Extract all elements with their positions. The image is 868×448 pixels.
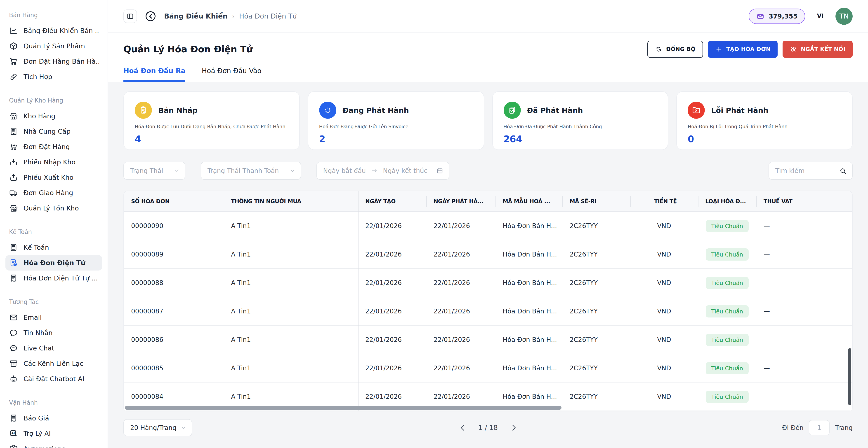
- invoice-type-badge: Tiêu Chuẩn: [706, 390, 749, 403]
- cell-template-code: Hóa Đơn Bán H...: [495, 222, 562, 230]
- column-header[interactable]: THÔNG TIN NGƯỜI MUA: [224, 191, 358, 212]
- sidebar-item-label: Quản Lý Sản Phẩm: [24, 42, 85, 50]
- sidebar-item-automations[interactable]: Automations: [5, 441, 102, 448]
- stat-card-value: 264: [503, 134, 657, 144]
- next-page-button[interactable]: [509, 424, 518, 432]
- stat-cards: Bản NhápHóa Đơn Được Lưu Dưới Dạng Bản N…: [123, 91, 852, 150]
- sidebar-item-label: Báo Giá: [24, 415, 49, 422]
- unlink-icon: [790, 46, 797, 53]
- sidebar-item-b-ng-i-u-khi-n-b-n[interactable]: Bảng Điều Khiển Bán ...: [5, 23, 102, 38]
- cell-currency: VND: [630, 279, 698, 286]
- sidebar-item-k-to-n[interactable]: Kế Toán: [5, 240, 102, 255]
- goto-page-input[interactable]: [809, 420, 830, 435]
- mail-icon: [9, 313, 18, 322]
- breadcrumb: Bảng Điều Khiển › Hóa Đơn Điện Tử: [164, 12, 297, 20]
- sidebar-item-n-t-h-ng-b-n-h[interactable]: Đơn Đặt Hàng Bán Hà...: [5, 54, 102, 69]
- pagination-bar: 20 Hàng/Trang 1 / 18 Đi Đến Trang: [123, 411, 852, 444]
- stat-card-value: 2: [319, 134, 473, 144]
- sidebar-item-h-a-n-i-n-t[interactable]: Hóa Đơn Điện Tử: [5, 255, 102, 271]
- filters-row: Trạng Thái Trạng Thái Thanh Toán Ngày bắ…: [123, 162, 852, 180]
- sidebar-item-b-o-gi[interactable]: Báo Giá: [5, 411, 102, 426]
- tab-input-invoices[interactable]: Hoá Đơn Đầu Vào: [202, 67, 261, 82]
- sidebar-item-h-a-n-i-n-t-t[interactable]: Hóa Đơn Điện Tử Tự ...: [5, 271, 102, 286]
- sidebar-section: Bán HàngBảng Điều Khiển Bán ...Quản Lý S…: [5, 12, 102, 84]
- column-header[interactable]: LOẠI HÓA Đ...: [698, 191, 756, 212]
- draft-icon: [135, 102, 152, 119]
- table-row[interactable]: 00000090A Tin122/01/202622/01/2026Hóa Đơ…: [124, 212, 852, 240]
- calculator-icon: [9, 243, 18, 252]
- table-row[interactable]: 00000086A Tin122/01/202622/01/2026Hóa Đơ…: [124, 325, 852, 354]
- cell-template-code: Hóa Đơn Bán H...: [495, 308, 562, 315]
- sidebar-item-label: Email: [24, 314, 41, 321]
- status-filter-select[interactable]: Trạng Thái: [123, 162, 185, 180]
- table-row[interactable]: 00000088A Tin122/01/202622/01/2026Hóa Đơ…: [124, 269, 852, 297]
- search-input[interactable]: Tìm kiếm: [769, 162, 852, 180]
- create-invoice-button[interactable]: TẠO HÓA ĐƠN: [708, 41, 778, 58]
- column-header[interactable]: MÃ SÊ-RI: [562, 191, 630, 212]
- date-range-picker[interactable]: Ngày bắt đầu Ngày kết thúc: [316, 162, 450, 180]
- sidebar-item-n-giao-h-ng[interactable]: Đơn Giao Hàng: [5, 185, 102, 201]
- chevron-right-icon: [509, 424, 518, 432]
- stat-card[interactable]: Lỗi Phát HànhHoá Đơn Bị Lỗi Trong Quá Tr…: [677, 91, 853, 150]
- cell-vat: —: [756, 279, 852, 286]
- column-header[interactable]: NGÀY TẠO: [358, 191, 426, 212]
- invoice-type-badge: Tiêu Chuẩn: [706, 362, 749, 374]
- sidebar-item-email[interactable]: Email: [5, 310, 102, 325]
- disconnect-button[interactable]: NGẮT KẾT NỐI: [783, 41, 852, 58]
- table-row[interactable]: 00000085A Tin122/01/202622/01/2026Hóa Đơ…: [124, 354, 852, 382]
- language-switcher[interactable]: VI: [817, 13, 824, 20]
- previous-page-button[interactable]: [458, 424, 467, 432]
- sidebar-section-label: Kế Toán: [5, 229, 102, 235]
- back-button[interactable]: [144, 10, 157, 22]
- stat-card[interactable]: Đã Phát HànhHóa Đơn Đã Được Phát Hành Th…: [492, 91, 669, 150]
- breadcrumb-root[interactable]: Bảng Điều Khiển: [164, 12, 228, 20]
- sidebar-section-label: Tương Tác: [5, 299, 102, 305]
- column-header[interactable]: SỐ HÓA ĐƠN: [124, 191, 224, 212]
- invoice-table: SỐ HÓA ĐƠNTHÔNG TIN NGƯỜI MUANGÀY TẠONGÀ…: [123, 191, 852, 411]
- invoice-type-badge: Tiêu Chuẩn: [706, 248, 749, 261]
- credits-badge[interactable]: 379,355: [749, 8, 805, 24]
- sidebar-item-tin-nh-n[interactable]: Tin Nhắn: [5, 325, 102, 341]
- table-row[interactable]: 00000087A Tin122/01/202622/01/2026Hóa Đơ…: [124, 297, 852, 325]
- cell-created-date: 22/01/2026: [358, 251, 426, 258]
- sidebar-item-label: Trợ Lý AI: [24, 430, 51, 437]
- sidebar-toggle-button[interactable]: [123, 9, 137, 23]
- sidebar-item-nh-cung-c-p[interactable]: Nhà Cung Cấp: [5, 124, 102, 139]
- sidebar-item-live-chat[interactable]: Live Chat: [5, 341, 102, 356]
- sidebar-item-phi-u-nh-p-kho[interactable]: Phiếu Nhập Kho: [5, 154, 102, 170]
- sync-button[interactable]: ĐỒNG BỘ: [648, 41, 703, 58]
- rows-per-page-select[interactable]: 20 Hàng/Trang: [123, 419, 192, 436]
- sidebar-section: Tương TácEmailTin NhắnLive ChatCác Kênh …: [5, 299, 102, 387]
- sidebar-item-phi-u-xu-t-kho[interactable]: Phiếu Xuất Kho: [5, 170, 102, 185]
- column-header[interactable]: TIỀN TỆ: [630, 191, 698, 212]
- stat-card-top: Đang Phát Hành: [319, 102, 473, 119]
- sidebar-item-c-i-t-chatbot-ai[interactable]: Cài Đặt Chatbot AI: [5, 371, 102, 387]
- sidebar-item-qu-n-l-t-n-kho[interactable]: Quản Lý Tồn Kho: [5, 201, 102, 216]
- cell-invoice-type: Tiêu Chuẩn: [698, 220, 756, 232]
- search-icon: [839, 167, 847, 175]
- avatar[interactable]: TN: [835, 7, 852, 25]
- sidebar-item-c-c-k-nh-li-n-l-c[interactable]: Các Kênh Liên Lạc: [5, 356, 102, 371]
- sidebar-item-label: Tin Nhắn: [24, 329, 53, 337]
- table-header-row: SỐ HÓA ĐƠNTHÔNG TIN NGƯỜI MUANGÀY TẠONGÀ…: [124, 191, 852, 212]
- stat-card[interactable]: Bản NhápHóa Đơn Được Lưu Dưới Dạng Bản N…: [123, 91, 300, 150]
- column-header[interactable]: NGÀY PHÁT HÀ...: [426, 191, 495, 212]
- sidebar-item-t-ch-h-p[interactable]: Tích Hợp: [5, 69, 102, 84]
- sidebar-item-label: Phiếu Nhập Kho: [24, 159, 75, 166]
- column-header[interactable]: THUẾ VAT: [756, 191, 852, 212]
- sidebar-item-tr-l-ai[interactable]: AITrợ Lý AI: [5, 426, 102, 441]
- sidebar-item-label: Hóa Đơn Điện Tử: [24, 259, 86, 267]
- stat-card[interactable]: Đang Phát HànhHoá Đơn Đang Được Gửi Lên …: [308, 91, 484, 150]
- sidebar-item-n-t-h-ng[interactable]: Đơn Đặt Hàng: [5, 139, 102, 154]
- vertical-scrollbar[interactable]: [848, 348, 851, 405]
- tab-output-invoices[interactable]: Hoá Đơn Đầu Ra: [123, 67, 186, 82]
- column-header[interactable]: MÃ MẪU HOÁ ...: [495, 191, 562, 212]
- cell-serial: 2C26TYY: [562, 251, 630, 258]
- truck-icon: [9, 188, 18, 197]
- sidebar-item-qu-n-l-s-n-ph-m[interactable]: Quản Lý Sản Phẩm: [5, 38, 102, 54]
- payment-status-filter-select[interactable]: Trạng Thái Thanh Toán: [201, 162, 301, 180]
- sidebar-section: Quản Lý Kho HàngKho HàngNhà Cung CấpĐơn …: [5, 97, 102, 216]
- sidebar-item-kho-h-ng[interactable]: Kho Hàng: [5, 108, 102, 124]
- table-row[interactable]: 00000089A Tin122/01/202622/01/2026Hóa Đơ…: [124, 240, 852, 269]
- horizontal-scrollbar[interactable]: [125, 406, 561, 410]
